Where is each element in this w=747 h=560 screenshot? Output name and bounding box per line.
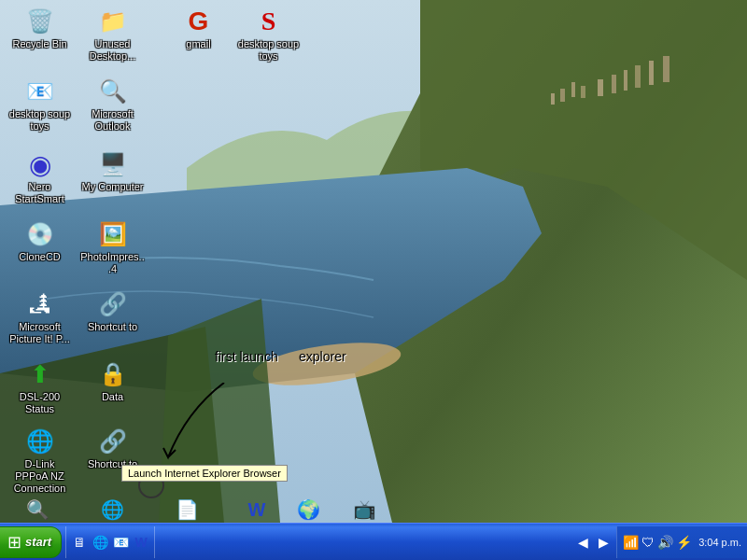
clonecd-label: CloneCD xyxy=(7,251,73,263)
start-label: start xyxy=(25,535,51,549)
desktop: 🗑️ Recycle Bin 📧 desktop soup toys ◉ Ner… xyxy=(0,0,747,523)
gmail-image: G xyxy=(184,7,214,36)
ql-show-desktop[interactable]: 🖥 xyxy=(70,533,89,552)
tray-network[interactable]: 📶 xyxy=(623,535,639,550)
taskbar: ⊞ start 🖥 🌐 📧 W ◀ ▶ 📶 🛡 🔊 ⚡ 3:04 p.m. xyxy=(0,523,747,560)
svg-rect-10 xyxy=(649,61,654,85)
photoimpres-icon[interactable]: 🖼️ PhotoImpres...4 xyxy=(78,217,148,277)
desktop-soup-image: S xyxy=(254,7,284,36)
photoimpres-image: 🖼️ xyxy=(98,219,128,249)
shortcut1-icon[interactable]: 🔗 Shortcut to xyxy=(78,287,148,335)
ie-tooltip: Launch Internet Explorer Browser xyxy=(121,465,288,482)
pictureit-label: Microsoft Picture It! P... xyxy=(7,321,73,345)
shortcut1-label: Shortcut to xyxy=(80,321,146,333)
annotation-explorer: explorer xyxy=(299,349,346,364)
ql-ie[interactable]: 🌐 xyxy=(91,533,109,552)
start-button[interactable]: ⊞ start xyxy=(0,526,62,558)
svg-rect-4 xyxy=(571,82,575,97)
spybot-image: 🔍 xyxy=(98,77,128,106)
svg-rect-7 xyxy=(612,75,616,93)
taskbar-doc-icon[interactable]: 📄 xyxy=(168,493,205,523)
svg-rect-2 xyxy=(551,93,555,105)
tray-antivirus[interactable]: 🛡 xyxy=(641,535,655,550)
svg-rect-11 xyxy=(663,56,669,82)
desktop-soup-label: desktop soup toys xyxy=(236,38,302,63)
taskbar-search-image: 🔍 xyxy=(22,495,52,523)
nero-label: Nero StartSmart xyxy=(7,181,73,205)
my-computer-image: 🖥️ xyxy=(98,149,128,179)
taskbar-word-image: W xyxy=(242,495,272,523)
clonecd-image: 💿 xyxy=(25,219,55,249)
taskbar-nav: ◀ ▶ xyxy=(573,533,613,552)
outlook-label: desktop soup toys xyxy=(7,108,73,133)
tray-volume[interactable]: 🔊 xyxy=(657,535,673,550)
system-tray: 📶 🛡 🔊 ⚡ 3:04 p.m. xyxy=(616,526,747,558)
dsl-label: DSL-200 Status xyxy=(7,391,73,415)
nav-back[interactable]: ◀ xyxy=(573,533,592,552)
taskbar-tv-image: 📺 xyxy=(349,495,379,523)
my-computer-icon[interactable]: 🖥️ My Computer xyxy=(78,147,148,195)
shortcut2-image: 🔗 xyxy=(98,427,128,456)
nav-forward[interactable]: ▶ xyxy=(594,533,613,552)
windows-logo: ⊞ xyxy=(7,532,21,553)
dlink-label: D-Link PPPoA NZ Connection xyxy=(7,458,73,496)
taskbar-doc-image: 📄 xyxy=(172,495,202,523)
taskbar-globe-image: 🌍 xyxy=(293,495,323,523)
outlook-image: 📧 xyxy=(25,77,55,106)
gmail-label: gmail xyxy=(166,38,232,50)
svg-rect-5 xyxy=(581,86,585,98)
gmail-icon[interactable]: G gmail xyxy=(163,5,233,52)
svg-rect-8 xyxy=(624,70,627,91)
dlink-image: 🌐 xyxy=(25,427,55,456)
unused-desktop-image: 📁 xyxy=(98,7,128,36)
svg-rect-3 xyxy=(560,89,565,102)
microsoft-outlook-icon[interactable]: 📧 desktop soup toys xyxy=(5,75,75,134)
my-computer-label: My Computer xyxy=(80,181,146,193)
ie-tooltip-text: Launch Internet Explorer Browser xyxy=(128,468,281,479)
pictureit-image: 🏞 xyxy=(25,289,55,319)
recycle-bin-icon[interactable]: 🗑️ Recycle Bin xyxy=(5,5,75,52)
ql-word[interactable]: W xyxy=(132,533,150,552)
taskbar-search-icon[interactable]: 🔍 xyxy=(19,493,56,523)
taskbar-tv-icon[interactable]: 📺 xyxy=(345,493,383,523)
ql-outlook[interactable]: 📧 xyxy=(111,533,130,552)
recycle-bin-label: Recycle Bin xyxy=(7,38,73,50)
shortcut1-image: 🔗 xyxy=(98,289,128,319)
spybot-icon[interactable]: 🔍 Microsoft Outlook xyxy=(78,75,148,134)
data-label: Data xyxy=(80,391,146,403)
taskbar-open-windows xyxy=(159,526,573,558)
dlink-icon[interactable]: 🌐 D-Link PPPoA NZ Connection xyxy=(5,425,75,497)
dsl-image: ⬆ xyxy=(25,359,55,389)
annotation-first-launch: first launch xyxy=(215,349,278,364)
microsoft-pictureit-icon[interactable]: 🏞 Microsoft Picture It! P... xyxy=(5,287,75,347)
unused-desktop-icon[interactable]: 📁 Unused Desktop... xyxy=(78,5,148,64)
nero-image: ◉ xyxy=(25,149,55,179)
nero-startsmart-icon[interactable]: ◉ Nero StartSmart xyxy=(5,147,75,207)
clonecd-icon[interactable]: 💿 CloneCD xyxy=(5,217,75,265)
system-clock: 3:04 p.m. xyxy=(698,537,741,548)
unused-desktop-label: Unused Desktop... xyxy=(80,38,146,63)
taskbar-word-icon[interactable]: W xyxy=(238,493,275,523)
data-image: 🔒 xyxy=(98,359,128,389)
tray-more1[interactable]: ⚡ xyxy=(676,535,692,550)
spybot-label: Microsoft Outlook xyxy=(80,108,146,133)
desktop-soup-icon[interactable]: S desktop soup toys xyxy=(233,5,303,64)
photoimpres-label: PhotoImpres...4 xyxy=(80,251,146,275)
svg-rect-9 xyxy=(635,65,641,88)
quick-launch-bar: 🖥 🌐 📧 W xyxy=(65,526,155,558)
taskbar-ie-image: 🌐 xyxy=(97,495,127,523)
dsl-status-icon[interactable]: ⬆ DSL-200 Status xyxy=(5,357,75,417)
recycle-bin-image: 🗑️ xyxy=(25,7,55,36)
taskbar-globe-icon[interactable]: 🌍 xyxy=(289,493,327,523)
taskbar-ie-icon[interactable]: 🌐 xyxy=(93,493,131,523)
svg-rect-6 xyxy=(598,79,603,96)
data-icon[interactable]: 🔒 Data xyxy=(78,357,148,405)
